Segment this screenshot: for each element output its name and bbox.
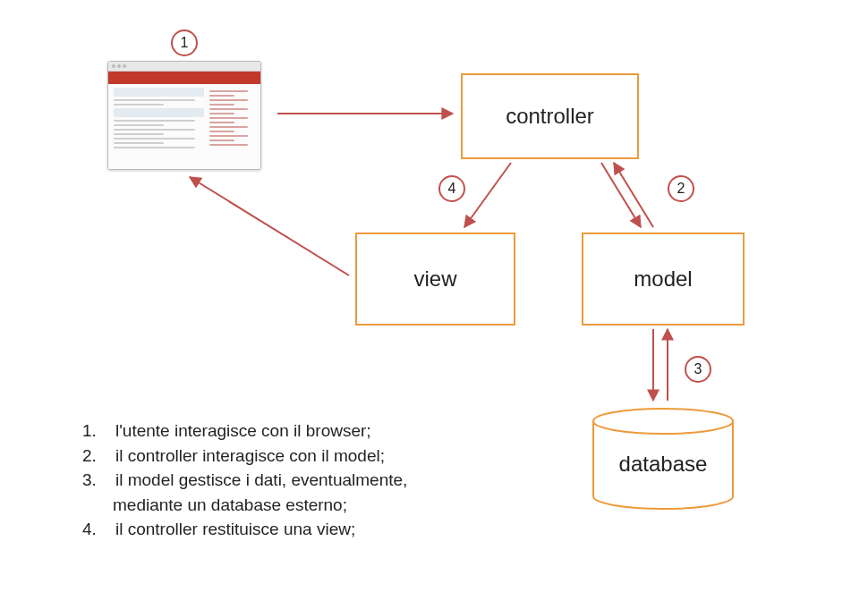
browser-chrome [108, 62, 260, 72]
step-2-number: 2 [677, 181, 685, 197]
step-marker-4: 4 [438, 175, 465, 202]
view-box: view [355, 233, 515, 326]
step-1-number: 1 [181, 35, 189, 51]
legend-item-1: 1. l'utente interagisce con il browser; [82, 419, 494, 444]
step-marker-1: 1 [171, 30, 198, 56]
controller-label: controller [506, 104, 594, 129]
model-box: model [582, 233, 745, 326]
arrow-controller-to-model [601, 163, 641, 227]
arrow-model-to-controller [614, 163, 653, 227]
controller-box: controller [461, 73, 639, 159]
step-marker-2: 2 [668, 175, 694, 202]
browser-header-bar [108, 72, 260, 84]
step-4-number: 4 [448, 181, 456, 197]
database-label: database [619, 452, 708, 477]
step-3-number: 3 [694, 361, 702, 377]
arrow-controller-to-view [464, 163, 511, 227]
step-marker-3: 3 [685, 356, 711, 383]
legend-item-4: 4. il controller restituisce una view; [82, 517, 494, 542]
model-label: model [634, 266, 692, 292]
browser-content [108, 84, 260, 170]
legend-item-2: 2. il controller interagisce con il mode… [82, 444, 494, 469]
diagram-canvas: controller view model database 1 2 3 4 [0, 0, 868, 592]
legend-item-3: 3. il model gestisce i dati, eventualmen… [82, 468, 494, 517]
database-cylinder: database [591, 407, 735, 512]
legend: 1. l'utente interagisce con il browser; … [82, 419, 494, 542]
browser-mockup [107, 61, 261, 170]
arrow-view-to-browser [190, 177, 349, 275]
view-label: view [413, 266, 456, 292]
